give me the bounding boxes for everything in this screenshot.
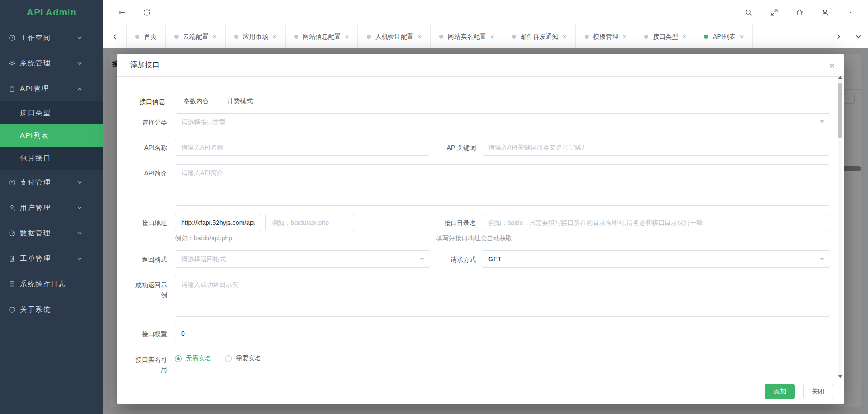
- tab-close-icon[interactable]: ×: [563, 33, 567, 40]
- sidebar-item-tickets[interactable]: 工单管理: [0, 246, 103, 271]
- dialog-tab-billing[interactable]: 计费模式: [218, 92, 262, 110]
- topbar-left-actions: [118, 8, 151, 17]
- scrollbar-down-icon[interactable]: [838, 375, 842, 380]
- sidebar-item-api[interactable]: API管理: [0, 76, 103, 101]
- tabs-menu-button[interactable]: [848, 25, 868, 48]
- field-label: 接口权重: [130, 325, 175, 339]
- api-intro-textarea[interactable]: [175, 164, 830, 206]
- dialog-footer: 添加 关闭: [765, 384, 833, 399]
- radio-need-realname[interactable]: 需要实名: [225, 354, 261, 363]
- data-icon: [8, 229, 16, 237]
- tab-close-icon[interactable]: ×: [490, 33, 494, 40]
- success-example-textarea[interactable]: [175, 276, 830, 317]
- tab-close-icon[interactable]: ×: [417, 33, 422, 40]
- api-url-wrap: 例如：baidu/api.php: [175, 214, 430, 242]
- chevron-up-icon: [77, 86, 82, 91]
- payment-icon: [8, 179, 16, 186]
- tabs-scroll-left-button[interactable]: [103, 25, 127, 48]
- tab-cloud-config[interactable]: 云端配置 ×: [166, 25, 226, 48]
- tab-realname-config[interactable]: 网站实名配置 ×: [431, 25, 503, 48]
- tab-label: 应用市场: [243, 33, 268, 41]
- form-row-weight: 接口权重: [130, 325, 830, 342]
- api-dir-input[interactable]: [482, 214, 830, 231]
- sidebar-item-data[interactable]: 数据管理: [0, 220, 103, 246]
- tab-status-dot: [439, 35, 443, 39]
- sidebar-item-workspace[interactable]: 工作空间: [0, 25, 103, 50]
- close-icon[interactable]: ×: [829, 60, 835, 70]
- sidebar-item-label: 关于系统: [20, 305, 82, 314]
- dialog-title: 添加接口: [130, 60, 159, 70]
- refresh-icon[interactable]: [143, 8, 151, 17]
- collapse-sidebar-icon[interactable]: [118, 8, 126, 17]
- tab-status-dot: [512, 35, 516, 39]
- sidebar-item-api-list[interactable]: API列表: [0, 124, 103, 147]
- form-row-name-keywords: API名称 API关键词: [130, 139, 830, 156]
- sidebar-item-oplog[interactable]: 系统操作日志: [0, 271, 103, 297]
- tab-captcha-config[interactable]: 人机验证配置 ×: [358, 25, 431, 48]
- fullscreen-icon[interactable]: [770, 8, 779, 17]
- tab-close-icon[interactable]: ×: [273, 33, 277, 40]
- radio-label: 无需实名: [186, 354, 211, 363]
- scrollbar-up-icon[interactable]: [838, 74, 842, 79]
- sidebar-item-label: API管理: [20, 85, 77, 93]
- sidebar-item-about[interactable]: 关于系统: [0, 297, 103, 322]
- tab-app-market[interactable]: 应用市场 ×: [226, 25, 286, 48]
- dialog-tab-api-info[interactable]: 接口信息: [130, 92, 174, 110]
- field-label: API关键词: [430, 139, 482, 153]
- submit-add-button[interactable]: 添加: [765, 384, 795, 399]
- tab-label: 接口类型: [653, 33, 678, 41]
- api-name-wrap: [175, 139, 430, 156]
- weight-input[interactable]: [175, 325, 830, 342]
- close-dialog-button[interactable]: 关闭: [803, 384, 833, 399]
- chevron-down-icon: [77, 35, 82, 40]
- tab-status-dot: [585, 35, 589, 39]
- api-keywords-input[interactable]: [482, 139, 830, 156]
- tab-status-dot: [174, 35, 179, 39]
- tab-status-dot: [704, 35, 708, 39]
- tab-close-icon[interactable]: ×: [623, 33, 627, 40]
- sidebar-item-users[interactable]: 用户管理: [0, 195, 103, 220]
- scrollbar-thumb[interactable]: [838, 83, 842, 138]
- more-vertical-icon[interactable]: [846, 8, 855, 17]
- return-format-select[interactable]: [175, 250, 430, 268]
- sidebar-item-payment[interactable]: 支付管理: [0, 170, 103, 195]
- form-row-intro: API简介: [130, 164, 830, 206]
- tab-close-icon[interactable]: ×: [345, 33, 349, 40]
- tab-template-mgmt[interactable]: 模板管理 ×: [576, 25, 636, 48]
- tab-mail-notify[interactable]: 邮件群发通知 ×: [503, 25, 576, 48]
- dialog-scrollbar[interactable]: [838, 78, 842, 376]
- tab-label: API列表: [713, 33, 736, 41]
- category-select[interactable]: [175, 113, 830, 130]
- sidebar-item-monthly-api[interactable]: 包月接口: [0, 147, 103, 170]
- add-api-dialog: 添加接口 × 接口信息 参数内容 计费模式 选择分类: [117, 54, 844, 404]
- sidebar-item-api-types[interactable]: 接口类型: [0, 101, 103, 124]
- sidebar-item-system[interactable]: 系统管理: [0, 50, 103, 76]
- tab-api-types[interactable]: 接口类型 ×: [635, 25, 695, 48]
- tab-api-list[interactable]: API列表 ×: [695, 25, 753, 48]
- radio-circle-icon: [175, 355, 182, 362]
- search-icon[interactable]: [744, 8, 753, 17]
- chevron-down-icon: [77, 61, 82, 66]
- home-icon[interactable]: [795, 8, 804, 17]
- dialog-tab-params[interactable]: 参数内容: [174, 92, 218, 110]
- sidebar: API Admin 工作空间 系统管理 API管理 接口类型 API列表 包月接…: [0, 0, 103, 414]
- tab-close-icon[interactable]: ×: [740, 33, 744, 40]
- chevron-down-icon: [77, 256, 82, 261]
- tab-label: 模板管理: [593, 33, 619, 41]
- tab-status-dot: [367, 35, 371, 39]
- field-label: 请求方式: [430, 250, 482, 264]
- dialog-tabs: 接口信息 参数内容 计费模式: [130, 92, 830, 110]
- tab-close-icon[interactable]: ×: [682, 33, 686, 40]
- tab-home[interactable]: 首页: [127, 25, 166, 48]
- radio-no-realname[interactable]: 无需实名: [175, 354, 211, 363]
- api-url-base-input[interactable]: [175, 214, 261, 231]
- chevron-down-icon: [77, 205, 82, 210]
- tab-site-info-config[interactable]: 网站信息配置 ×: [286, 25, 358, 48]
- api-name-input[interactable]: [175, 139, 430, 156]
- tabs-scroll-right-button[interactable]: [828, 25, 848, 48]
- tab-status-dot: [294, 35, 298, 39]
- tab-close-icon[interactable]: ×: [213, 33, 217, 40]
- api-url-path-input[interactable]: [265, 214, 354, 231]
- request-method-select[interactable]: [482, 250, 830, 268]
- user-icon[interactable]: [821, 8, 829, 17]
